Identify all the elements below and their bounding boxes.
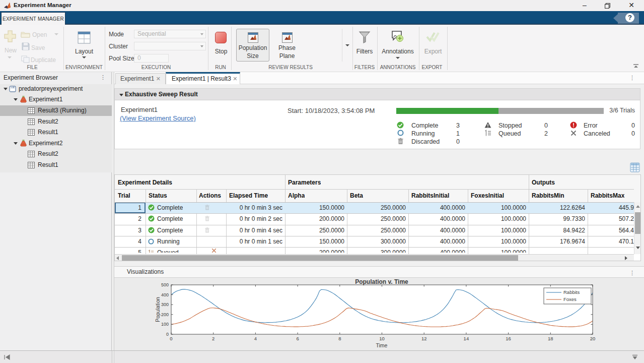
svg-text:200: 200	[161, 312, 169, 317]
svg-text:Population v. Time: Population v. Time	[355, 278, 408, 285]
svg-text:18: 18	[548, 336, 553, 341]
svg-text:6: 6	[296, 336, 299, 341]
svg-text:400: 400	[161, 292, 169, 297]
svg-text:Population: Population	[155, 297, 161, 322]
svg-text:16: 16	[506, 336, 511, 341]
svg-text:Rabbits: Rabbits	[563, 289, 580, 295]
svg-text:12: 12	[421, 336, 427, 341]
svg-text:14: 14	[464, 336, 469, 341]
svg-text:10: 10	[379, 336, 385, 341]
svg-text:0: 0	[170, 336, 172, 341]
svg-text:4: 4	[254, 336, 257, 341]
svg-text:Time: Time	[376, 342, 388, 348]
svg-text:100: 100	[161, 322, 169, 327]
svg-text:300: 300	[161, 302, 169, 307]
svg-text:Foxes: Foxes	[563, 296, 577, 302]
svg-text:8: 8	[338, 336, 341, 341]
svg-text:500: 500	[161, 282, 169, 287]
svg-text:0: 0	[166, 332, 169, 337]
svg-text:2: 2	[212, 336, 214, 341]
svg-text:20: 20	[590, 336, 596, 341]
